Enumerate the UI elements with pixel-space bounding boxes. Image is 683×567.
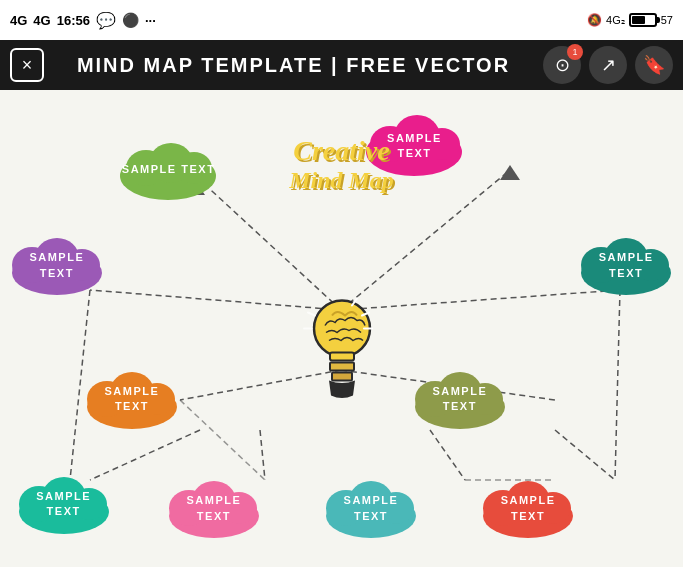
node-top-left-green: SAMPLE TEXT xyxy=(116,138,221,203)
node-top-left-text: SAMPLE TEXT xyxy=(116,138,221,203)
title-line1: Creative xyxy=(289,135,394,167)
battery-label: 57 xyxy=(661,14,673,26)
svg-line-13 xyxy=(615,290,620,480)
svg-line-11 xyxy=(180,400,265,480)
action-buttons: ⊙ 1 ↗ 🔖 xyxy=(543,46,673,84)
signal1-label: 4G xyxy=(10,13,27,28)
close-button[interactable]: × xyxy=(10,48,44,82)
svg-rect-19 xyxy=(330,352,354,360)
mindmap-title: Creative Mind Map xyxy=(289,135,394,194)
bookmark-button[interactable]: 🔖 xyxy=(635,46,673,84)
node-bottom-center-pink: SAMPLETEXT xyxy=(164,476,264,541)
node-right-teal: SAMPLETEXT xyxy=(576,233,676,298)
svg-rect-21 xyxy=(332,372,352,380)
node-bottom-far-left-cyan: SAMPLETEXT xyxy=(14,472,114,537)
node-left-purple-text: SAMPLETEXT xyxy=(7,233,107,298)
badge-count: 1 xyxy=(567,44,583,60)
more-icon: ··· xyxy=(145,13,156,28)
bell-icon: 🔕 xyxy=(587,13,602,27)
svg-marker-15 xyxy=(500,165,520,180)
node-bottom-left-orange: SAMPLETEXT xyxy=(82,367,182,432)
battery-fill xyxy=(632,16,645,24)
mindmap-container: Creative Mind Map xyxy=(0,90,683,567)
node-bottom-far-left-text: SAMPLETEXT xyxy=(14,472,114,537)
node-bottom-center-pink-text: SAMPLETEXT xyxy=(164,476,264,541)
node-left-purple: SAMPLETEXT xyxy=(7,233,107,298)
bookmark-icon: 🔖 xyxy=(643,54,665,76)
app-bar: × MIND MAP TEMPLATE | FREE VECTOR ⊙ 1 ↗ … xyxy=(0,40,683,90)
svg-rect-20 xyxy=(330,362,354,370)
node-bottom-right-olive: SAMPLETEXT xyxy=(410,367,510,432)
node-bottom-far-right-red: SAMPLETEXT xyxy=(478,476,578,541)
node-bottom-left-orange-text: SAMPLETEXT xyxy=(82,367,182,432)
signal3-label: 4G₂ xyxy=(606,14,625,27)
svg-line-9 xyxy=(555,430,615,480)
scan-icon: ⊙ xyxy=(555,54,570,76)
node-bottom-center-teal: SAMPLETEXT xyxy=(321,476,421,541)
svg-line-7 xyxy=(260,430,265,480)
circle-icon: ⚫ xyxy=(122,12,139,28)
lightbulb-icon xyxy=(297,290,387,400)
node-right-teal-text: SAMPLETEXT xyxy=(576,233,676,298)
app-title: MIND MAP TEMPLATE | FREE VECTOR xyxy=(54,54,533,77)
share-icon: ↗ xyxy=(601,54,616,76)
status-right: 🔕 4G₂ 57 xyxy=(587,13,673,27)
node-bottom-far-right-text: SAMPLETEXT xyxy=(478,476,578,541)
title-line2: Mind Map xyxy=(289,167,394,194)
whatsapp-icon: 💬 xyxy=(96,11,116,30)
time-label: 16:56 xyxy=(57,13,90,28)
signal2-label: 4G xyxy=(33,13,50,28)
close-icon: × xyxy=(22,55,33,76)
status-left: 4G 4G 16:56 💬 ⚫ ··· xyxy=(10,11,156,30)
main-content: Creative Mind Map xyxy=(0,90,683,567)
svg-line-8 xyxy=(430,430,465,480)
search-scan-button[interactable]: ⊙ 1 xyxy=(543,46,581,84)
status-bar: 4G 4G 16:56 💬 ⚫ ··· 🔕 4G₂ 57 xyxy=(0,0,683,40)
share-button[interactable]: ↗ xyxy=(589,46,627,84)
battery-icon xyxy=(629,13,657,27)
node-bottom-center-teal-text: SAMPLETEXT xyxy=(321,476,421,541)
node-bottom-right-olive-text: SAMPLETEXT xyxy=(410,367,510,432)
